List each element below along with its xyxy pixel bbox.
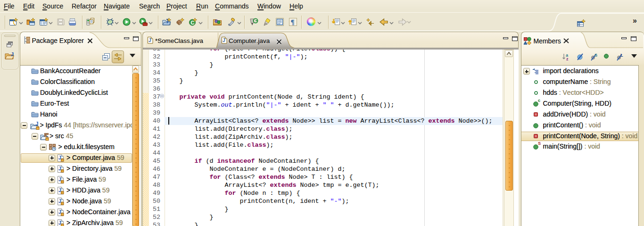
svg-text:J: J xyxy=(149,38,151,43)
svg-text:z: z xyxy=(566,57,569,61)
svg-text:J: J xyxy=(11,51,14,57)
svg-text:S: S xyxy=(594,53,597,58)
svg-text:J: J xyxy=(36,121,39,126)
svg-text:L: L xyxy=(620,53,623,58)
svg-text:J: J xyxy=(223,38,225,43)
